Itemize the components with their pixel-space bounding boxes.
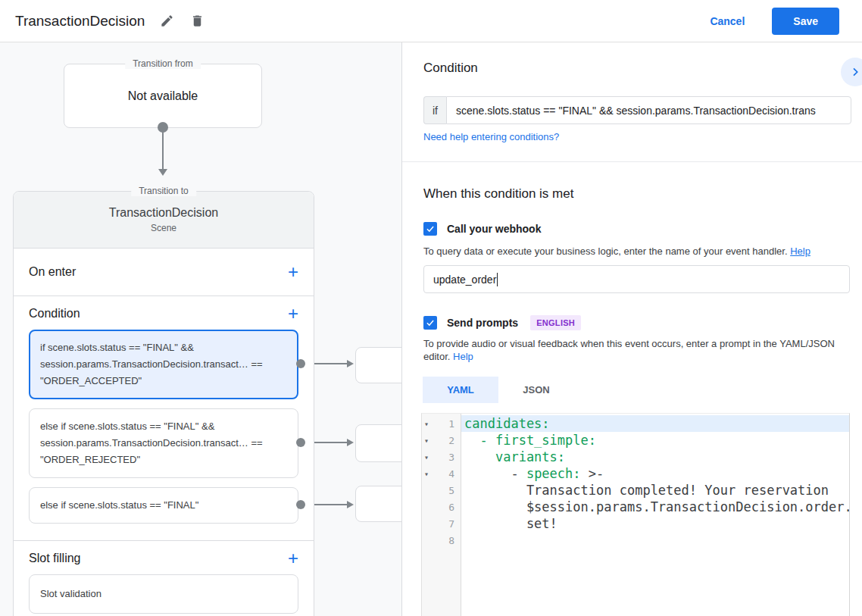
- line-number: 6: [448, 502, 454, 513]
- panel-title: Condition: [423, 61, 478, 76]
- tab-yaml[interactable]: YAML: [423, 377, 498, 403]
- edit-icon[interactable]: [160, 14, 175, 29]
- condition-card[interactable]: else if scene.slots.status == "FINAL": [29, 487, 298, 524]
- slot-validation-card[interactable]: Slot validation: [29, 574, 298, 614]
- call-webhook-checkbox[interactable]: [423, 222, 437, 236]
- arrow-down-icon: [158, 169, 167, 176]
- gutter-row: 4: [422, 465, 461, 482]
- gutter-row: 5: [422, 482, 461, 499]
- tab-json[interactable]: JSON: [498, 377, 574, 403]
- fold-toggle-icon[interactable]: [424, 465, 429, 482]
- section-slot-filling: Slot filling + Slot validation: [14, 541, 314, 614]
- line-number: 3: [448, 452, 454, 463]
- transition-target-box[interactable]: [355, 424, 401, 462]
- code-line: candidates:: [461, 415, 849, 432]
- arrow-right-icon: [347, 439, 354, 446]
- yaml-token: variants:: [464, 449, 565, 464]
- scene-name: TransactionDecision: [109, 206, 218, 220]
- chevron-right-icon: [849, 66, 861, 78]
- send-prompts-row: Send prompts ENGLISH: [423, 315, 581, 330]
- gutter-row: 7: [422, 515, 461, 532]
- add-slot-button[interactable]: +: [288, 549, 298, 568]
- yaml-token: >-: [581, 466, 604, 481]
- app-header: TransactionDecision Cancel Save: [0, 0, 862, 42]
- webhook-help-link[interactable]: Help: [790, 245, 810, 257]
- connector-line: [162, 127, 164, 169]
- checkmark-icon: [425, 317, 436, 328]
- editor-gutter: 1 2 3 4 5 6 7 8: [422, 414, 461, 616]
- arrow-right-icon: [347, 360, 354, 367]
- yaml-editor[interactable]: 1 2 3 4 5 6 7 8 candidates: - first_simp…: [421, 413, 850, 616]
- trash-icon[interactable]: [190, 14, 205, 29]
- divider: [402, 161, 862, 162]
- on-enter-title: On enter: [29, 265, 76, 279]
- fold-toggle-icon[interactable]: [424, 449, 429, 465]
- collapse-panel-button[interactable]: [841, 58, 862, 86]
- transition-from-content: Not available: [64, 64, 261, 127]
- transition-target-box[interactable]: [355, 347, 401, 383]
- cancel-button[interactable]: Cancel: [710, 15, 745, 27]
- connector-dot: [158, 122, 168, 133]
- editor-code-area[interactable]: candidates: - first_simple: variants: - …: [461, 414, 849, 616]
- code-line: $session.params.TransactionDecision.orde…: [461, 499, 849, 515]
- line-number: 4: [448, 468, 454, 480]
- code-line: [461, 532, 849, 549]
- line-number: 2: [448, 435, 454, 446]
- connector-dot: [296, 438, 305, 447]
- connector-dot: [296, 359, 305, 368]
- gutter-row: 2: [422, 432, 461, 449]
- call-webhook-row: Call your webhook: [423, 222, 541, 236]
- scene-diagram-canvas: Transition from Not available Transition…: [0, 42, 401, 616]
- gutter-row: 3: [422, 449, 461, 465]
- code-line: variants:: [461, 449, 849, 465]
- webhook-handler-input[interactable]: update_order: [423, 265, 850, 293]
- fold-toggle-icon[interactable]: [424, 432, 429, 449]
- webhook-description: To query data or execute your business l…: [423, 245, 844, 258]
- fold-toggle-icon[interactable]: [424, 415, 429, 432]
- webhook-description-text: To query data or execute your business l…: [423, 245, 790, 257]
- condition-section-title: Condition: [29, 307, 80, 321]
- transition-to-label: Transition to: [131, 186, 196, 196]
- prompts-description: To provide audio or visual feedback when…: [423, 337, 844, 363]
- call-webhook-label: Call your webhook: [447, 223, 541, 235]
- gutter-row: 1: [422, 415, 461, 432]
- transition-target-box[interactable]: [355, 486, 401, 522]
- line-number: 1: [448, 418, 454, 430]
- scene-header[interactable]: TransactionDecision Scene: [14, 192, 314, 249]
- code-line: set!: [461, 515, 849, 532]
- prompts-description-text: To provide audio or visual feedback when…: [423, 338, 835, 362]
- send-prompts-checkbox[interactable]: [423, 316, 437, 330]
- page-title: TransactionDecision: [15, 13, 145, 30]
- line-number: 5: [448, 485, 454, 496]
- language-badge: ENGLISH: [530, 315, 581, 330]
- condition-expression-input[interactable]: scene.slots.status == "FINAL" && session…: [446, 96, 851, 124]
- prompts-help-link[interactable]: Help: [453, 351, 473, 362]
- if-prefix-label: if: [423, 96, 446, 124]
- code-line: - speech: >-: [461, 465, 849, 482]
- add-condition-button[interactable]: +: [288, 305, 298, 323]
- section-on-enter: On enter +: [14, 249, 314, 296]
- condition-expression-row: if scene.slots.status == "FINAL" && sess…: [423, 96, 851, 124]
- code-line: Transaction completed! Your reservation: [461, 482, 849, 499]
- add-on-enter-button[interactable]: +: [288, 263, 298, 281]
- slot-filling-section-title: Slot filling: [29, 552, 80, 565]
- transition-from-label: Transition from: [125, 58, 201, 69]
- yaml-token: -: [464, 466, 526, 481]
- save-button[interactable]: Save: [772, 8, 839, 35]
- arrow-right-icon: [347, 501, 354, 508]
- yaml-token: speech:: [526, 466, 581, 481]
- line-number: 8: [448, 535, 454, 546]
- checkmark-icon: [425, 224, 436, 234]
- yaml-token: candidates:: [464, 416, 550, 431]
- conditions-help-link[interactable]: Need help entering conditions?: [423, 131, 559, 142]
- condition-detail-panel: Condition if scene.slots.status == "FINA…: [401, 42, 862, 616]
- condition-card-selected[interactable]: if scene.slots.status == "FINAL" && sess…: [29, 330, 298, 399]
- yaml-token: Transaction completed! Your reservation: [464, 483, 829, 498]
- text-cursor: [497, 273, 498, 286]
- yaml-token: $session.params.TransactionDecision.orde…: [464, 499, 849, 514]
- send-prompts-label: Send prompts: [447, 317, 518, 329]
- when-condition-met-title: When this condition is met: [423, 186, 573, 202]
- transition-from-box[interactable]: Transition from Not available: [64, 64, 262, 128]
- condition-card[interactable]: else if scene.slots.status == "FINAL" &&…: [29, 408, 298, 478]
- gutter-row: 6: [422, 499, 461, 515]
